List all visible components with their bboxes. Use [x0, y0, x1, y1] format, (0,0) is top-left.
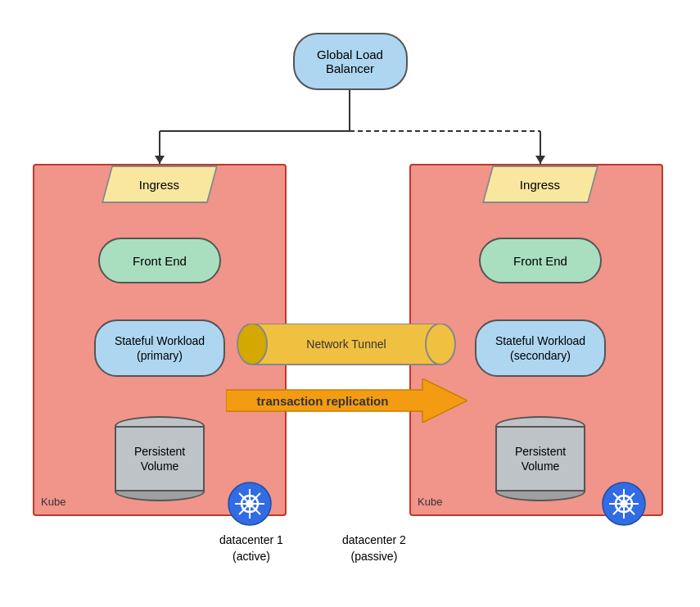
cyl-body-left: Persistent Volume: [115, 426, 205, 491]
kube-label-left: Kube: [41, 496, 65, 508]
ingress-left-label: Ingress: [139, 178, 179, 192]
glb-node: Global Load Balancer: [293, 33, 408, 90]
svg-marker-6: [535, 156, 545, 164]
volume-right-label: Persistent Volume: [515, 444, 566, 473]
svg-point-25: [426, 324, 455, 365]
tx-arrow-svg: transaction replication: [226, 378, 467, 423]
tunnel-svg: Network Tunnel: [236, 324, 457, 373]
volume-left: Persistent Volume: [115, 416, 205, 501]
kube-icon-left: [228, 482, 272, 526]
stateful-right: Stateful Workload (secondary): [475, 319, 606, 377]
ingress-right-label: Ingress: [520, 178, 560, 192]
frontend-right: Front End: [479, 238, 602, 283]
dc-label-left: datacenter 1(active): [219, 532, 283, 564]
svg-point-24: [237, 324, 267, 365]
stateful-right-label: Stateful Workload (secondary): [495, 333, 585, 363]
ingress-left: Ingress: [102, 165, 218, 203]
glb-label: Global Load Balancer: [295, 48, 406, 75]
kube-icon-right: [602, 482, 646, 526]
volume-right: Persistent Volume: [495, 416, 585, 501]
volume-left-label: Persistent Volume: [134, 444, 185, 473]
network-tunnel: Network Tunnel: [236, 324, 457, 373]
svg-marker-4: [155, 156, 165, 164]
frontend-right-label: Front End: [513, 254, 567, 268]
architecture-diagram: Global Load Balancer Kube Kube Ingress I…: [0, 0, 700, 607]
svg-text:Network Tunnel: Network Tunnel: [306, 337, 386, 351]
cyl-body-right: Persistent Volume: [495, 426, 585, 491]
dc-label-right: datacenter 2(passive): [342, 532, 406, 564]
stateful-left: Stateful Workload (primary): [94, 319, 225, 377]
frontend-left-label: Front End: [133, 254, 187, 268]
kube-label-right: Kube: [418, 496, 442, 508]
ingress-right: Ingress: [482, 165, 598, 203]
frontend-left: Front End: [98, 238, 221, 283]
stateful-left-label: Stateful Workload (primary): [115, 333, 205, 363]
tx-replication-arrow: transaction replication: [226, 378, 467, 423]
svg-text:transaction replication: transaction replication: [257, 394, 389, 408]
